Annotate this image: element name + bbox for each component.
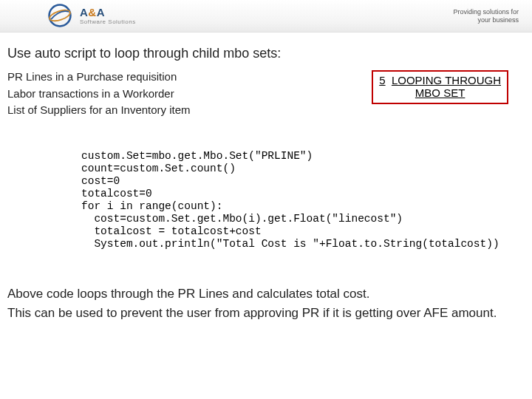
example-item: PR Lines in a Purchase requisition bbox=[7, 69, 191, 86]
brand-subtitle: Software Solutions bbox=[80, 19, 136, 25]
brand-amp: & bbox=[88, 6, 96, 18]
tagline: Providing solutions for your business bbox=[453, 8, 519, 24]
footer-line-2: This can be used to prevent the user fro… bbox=[7, 304, 525, 323]
callout-title-bottom: MBO SET bbox=[415, 86, 466, 99]
brand-logo-icon bbox=[47, 3, 72, 28]
slide-content: Use auto script to loop through child mb… bbox=[0, 33, 532, 322]
callout-title-top: LOOPING THROUGH bbox=[392, 74, 501, 86]
tagline-line-1: Providing solutions for bbox=[453, 8, 519, 16]
tagline-line-2: your business bbox=[453, 16, 519, 24]
svg-point-1 bbox=[48, 8, 71, 23]
svg-point-0 bbox=[50, 5, 71, 27]
brand-prefix: A bbox=[80, 6, 88, 18]
example-item: Labor transactions in a Workorder bbox=[7, 86, 191, 103]
brand-suffix: A bbox=[97, 6, 105, 18]
section-callout: 5 LOOPING THROUGH MBO SET bbox=[372, 70, 508, 104]
callout-number: 5 bbox=[379, 74, 385, 86]
brand-name: A&A bbox=[80, 7, 136, 18]
examples-list: PR Lines in a Purchase requisition Labor… bbox=[7, 69, 191, 119]
example-item: List of Suppliers for an Inventory item bbox=[7, 102, 191, 119]
page-header: A&A Software Solutions Providing solutio… bbox=[0, 0, 532, 33]
code-block: custom.Set=mbo.get.Mbo.Set("PRLINE") cou… bbox=[81, 150, 525, 251]
footer-line-1: Above code loops through the PR Lines an… bbox=[7, 284, 525, 304]
examples-row: PR Lines in a Purchase requisition Labor… bbox=[7, 69, 525, 119]
footer-text: Above code loops through the PR Lines an… bbox=[7, 284, 525, 322]
brand-text: A&A Software Solutions bbox=[80, 7, 136, 25]
intro-text: Use auto script to loop through child mb… bbox=[7, 46, 525, 61]
